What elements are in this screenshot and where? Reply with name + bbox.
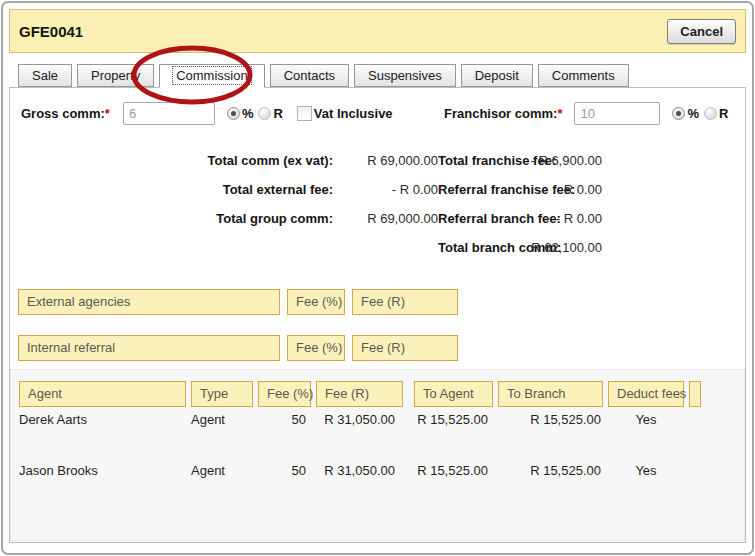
- col-header-fee-percent: Fee (%): [258, 381, 311, 407]
- franchisor-comm-group: Franchisor comm:* % R: [444, 101, 728, 125]
- agent-deduct-fees: Yes: [608, 408, 684, 432]
- col-header-type: Type: [191, 381, 253, 407]
- required-asterisk: *: [557, 106, 562, 121]
- total-comm-value: R 69,000.00: [333, 146, 438, 175]
- agent-type: Agent: [191, 459, 253, 483]
- tab-property[interactable]: Property: [77, 64, 154, 87]
- agent-to-agent: R 15,525.00: [414, 459, 493, 483]
- external-fee-rand-header: Fee (R): [352, 289, 458, 315]
- col-header-deduct-fees: Deduct fees: [608, 381, 684, 407]
- referral-branch-fee-value: - R 0.00: [522, 204, 602, 233]
- tab-comments[interactable]: Comments: [538, 64, 629, 87]
- gross-comm-percent-label: %: [242, 106, 254, 121]
- internal-fee-percent-header: Fee (%): [287, 335, 345, 361]
- internal-fee-rand-header: Fee (R): [352, 335, 458, 361]
- total-group-comm-label: Total group comm:: [21, 204, 333, 233]
- total-external-fee-value: - R 0.00: [333, 175, 438, 204]
- tab-commission[interactable]: Commission: [159, 64, 265, 88]
- franchisor-comm-rand-label: R: [719, 106, 728, 121]
- table-row[interactable]: Derek Aarts Agent 50 R 31,050.00 R 15,52…: [19, 408, 689, 432]
- cancel-button[interactable]: Cancel: [667, 19, 736, 44]
- agent-fee-rand: R 31,050.00: [316, 408, 403, 432]
- total-group-comm-value: R 69,000.00: [333, 204, 438, 233]
- external-agencies-title: External agencies: [18, 289, 280, 315]
- referral-branch-fee-label: Referral branch fee:: [438, 204, 522, 233]
- gross-comm-percent-radio[interactable]: [227, 107, 240, 120]
- agent-fee-percent: 50: [258, 459, 311, 483]
- gross-comm-input[interactable]: [123, 102, 215, 125]
- vat-inclusive-checkbox[interactable]: [297, 106, 312, 121]
- page-title: GFE0041: [19, 23, 83, 40]
- total-branch-comm-value: R 62,100.00: [522, 233, 602, 262]
- tab-suspensives[interactable]: Suspensives: [354, 64, 456, 87]
- tab-deposit[interactable]: Deposit: [461, 64, 533, 87]
- referral-franchise-fee-label: Referral franchise fee:: [438, 175, 522, 204]
- agent-name: Jason Brooks: [19, 459, 186, 483]
- gross-comm-group: Gross comm:* % R Vat Inclusive: [21, 101, 393, 125]
- franchisor-comm-label: Franchisor comm:*: [444, 106, 562, 121]
- total-external-fee-label: Total external fee:: [21, 175, 333, 204]
- required-asterisk: *: [105, 106, 110, 121]
- total-franchise-fee-label: Total franchise fee:: [438, 146, 522, 175]
- record-window: GFE0041 Cancel Sale Property Commission …: [1, 1, 754, 555]
- agent-deduct-fees: Yes: [608, 459, 684, 483]
- total-franchise-fee-value: - R 6,900.00: [522, 146, 602, 175]
- total-comm-label: Total comm (ex vat):: [21, 146, 333, 175]
- title-bar: GFE0041 Cancel: [9, 9, 746, 53]
- col-header-spacer: [689, 381, 701, 407]
- agent-fee-rand: R 31,050.00: [316, 459, 403, 483]
- referral-franchise-fee-value: R 0.00: [522, 175, 602, 204]
- col-header-to-agent: To Agent: [414, 381, 493, 407]
- agents-table-header: Agent Type Fee (%) Fee (R) To Agent To B…: [19, 381, 706, 407]
- total-branch-comm-label: Total branch comm:: [438, 233, 522, 262]
- franchisor-comm-percent-label: %: [687, 106, 699, 121]
- agent-to-branch: R 15,525.00: [498, 408, 603, 432]
- franchisor-comm-percent-radio[interactable]: [672, 107, 685, 120]
- col-header-fee-rand: Fee (R): [316, 381, 403, 407]
- gross-comm-rand-label: R: [273, 106, 282, 121]
- external-fee-percent-header: Fee (%): [287, 289, 345, 315]
- franchisor-comm-rand-radio[interactable]: [704, 107, 717, 120]
- table-row[interactable]: Jason Brooks Agent 50 R 31,050.00 R 15,5…: [19, 459, 689, 483]
- agents-panel: Agent Type Fee (%) Fee (R) To Agent To B…: [10, 369, 745, 541]
- tab-sale[interactable]: Sale: [18, 64, 72, 87]
- totals-summary: Total comm (ex vat): R 69,000.00 Total f…: [21, 146, 602, 262]
- franchisor-comm-input[interactable]: [574, 102, 660, 125]
- tab-contacts[interactable]: Contacts: [270, 64, 349, 87]
- tab-bar: Sale Property Commission Contacts Suspen…: [9, 64, 746, 88]
- vat-inclusive-label: Vat Inclusive: [314, 106, 393, 121]
- gross-comm-label: Gross comm:*: [21, 106, 110, 121]
- commission-tab-panel: Gross comm:* % R Vat Inclusive Franchiso…: [9, 87, 746, 543]
- internal-referral-header: Internal referral Fee (%) Fee (R): [18, 335, 458, 361]
- agent-type: Agent: [191, 408, 253, 432]
- agent-to-branch: R 15,525.00: [498, 459, 603, 483]
- agent-to-agent: R 15,525.00: [414, 408, 493, 432]
- agent-name: Derek Aarts: [19, 408, 186, 432]
- internal-referral-title: Internal referral: [18, 335, 280, 361]
- external-agencies-header: External agencies Fee (%) Fee (R): [18, 289, 458, 315]
- agent-fee-percent: 50: [258, 408, 311, 432]
- col-header-agent: Agent: [19, 381, 186, 407]
- col-header-to-branch: To Branch: [498, 381, 603, 407]
- gross-comm-rand-radio[interactable]: [258, 107, 271, 120]
